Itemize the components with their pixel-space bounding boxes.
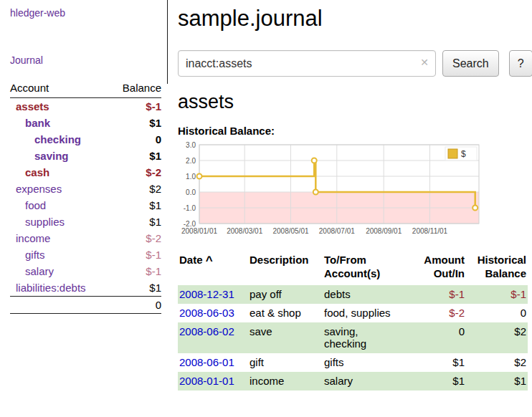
account-link-saving[interactable]: saving	[10, 150, 69, 162]
svg-text:$: $	[461, 149, 466, 159]
account-link-salary[interactable]: salary	[10, 265, 54, 277]
svg-text:2008/03/01: 2008/03/01	[227, 227, 262, 235]
clear-search-icon[interactable]: ✕	[420, 57, 429, 68]
chart-svg: 3.02.01.00.0-1.0-2.02008/01/012008/03/01…	[178, 140, 486, 241]
transaction-date-link[interactable]: 2008-12-31	[179, 288, 234, 300]
svg-text:0.0: 0.0	[186, 188, 196, 196]
account-link-food[interactable]: food	[10, 199, 46, 211]
accounts-total-row: 0	[10, 297, 161, 314]
help-button[interactable]: ?	[509, 50, 532, 77]
main-content: sample.journal ✕ Search ? assets Histori…	[178, 0, 532, 390]
svg-text:2008/09/01: 2008/09/01	[366, 227, 402, 235]
account-balance: $-1	[110, 98, 161, 115]
register-row: 2008-12-31pay offdebts$-1$-1	[178, 285, 528, 304]
account-link-checking[interactable]: checking	[10, 133, 81, 145]
transaction-balance: 0	[466, 304, 528, 322]
account-link-expenses[interactable]: expenses	[10, 183, 62, 195]
register-row: 2008-06-02savesaving, checking0$2	[178, 322, 528, 353]
svg-text:1.0: 1.0	[186, 173, 196, 181]
transaction-description: income	[248, 372, 323, 390]
account-heading: assets	[178, 91, 532, 113]
account-link-liabilities-debts[interactable]: liabilities:debts	[10, 282, 86, 294]
account-link-income[interactable]: income	[10, 232, 50, 244]
account-row: saving$1	[10, 148, 161, 164]
account-balance: $1	[110, 214, 161, 230]
transaction-date-link[interactable]: 2008-06-01	[179, 356, 234, 368]
transaction-date-link[interactable]: 2008-01-01	[179, 375, 234, 387]
accounts-total-balance: 0	[110, 297, 161, 314]
account-row: expenses$2	[10, 181, 161, 197]
register-header-balance: Historical Balance	[466, 252, 528, 285]
svg-text:-2.0: -2.0	[184, 220, 196, 228]
legend-swatch	[448, 149, 457, 158]
transaction-amount: $1	[414, 372, 466, 390]
transaction-description: pay off	[248, 285, 323, 304]
transaction-amount: 0	[414, 322, 466, 353]
svg-text:2008/01/01: 2008/01/01	[181, 227, 217, 235]
transaction-description: gift	[248, 353, 323, 372]
transaction-balance: $1	[466, 372, 528, 390]
app-title-link[interactable]: hledger-web	[10, 7, 161, 19]
account-balance: $1	[110, 197, 161, 214]
transaction-amount: $1	[414, 353, 466, 372]
register-table: Date ^ Description To/From Account(s) Am…	[178, 252, 528, 390]
account-row: liabilities:debts$1	[10, 279, 161, 297]
register-header-amount: Amount Out/In	[414, 252, 466, 285]
chart-title: Historical Balance:	[178, 125, 532, 137]
account-link-supplies[interactable]: supplies	[10, 216, 65, 228]
register-body: 2008-12-31pay offdebts$-1$-12008-06-03ea…	[178, 285, 528, 390]
transaction-balance: $2	[466, 353, 528, 372]
account-row: gifts$-1	[10, 246, 161, 263]
sidebar-divider	[167, 0, 168, 84]
account-balance: $-1	[110, 246, 161, 263]
transaction-accounts: gifts	[323, 353, 414, 372]
search-button[interactable]: Search	[442, 50, 499, 77]
svg-text:2008/07/01: 2008/07/01	[319, 227, 355, 235]
register-header-date[interactable]: Date ^	[178, 252, 248, 285]
register-row: 2008-06-03eat & shopfood, supplies$-20	[178, 304, 528, 322]
account-link-cash[interactable]: cash	[10, 166, 49, 178]
account-link-gifts[interactable]: gifts	[10, 249, 45, 261]
transaction-balance: $-1	[466, 285, 528, 304]
svg-text:2008/05/01: 2008/05/01	[272, 227, 308, 235]
data-point-marker	[313, 190, 318, 195]
accounts-header-balance: Balance	[110, 79, 161, 98]
accounts-body: assets$-1bank$1checking0saving$1cash$-2e…	[10, 98, 161, 297]
account-link-bank[interactable]: bank	[10, 117, 50, 129]
transaction-description: eat & shop	[248, 304, 323, 322]
account-row: cash$-2	[10, 164, 161, 181]
account-balance: $-2	[110, 164, 161, 181]
page-title: sample.journal	[178, 6, 532, 32]
transaction-date-link[interactable]: 2008-06-02	[179, 325, 234, 337]
sidebar: hledger-web Journal Account Balance asse…	[0, 0, 167, 314]
data-point-marker	[312, 158, 317, 163]
historical-balance-chart: 3.02.01.00.0-1.0-2.02008/01/012008/03/01…	[178, 140, 532, 244]
account-row: food$1	[10, 197, 161, 214]
data-point-marker	[472, 206, 478, 211]
account-row: bank$1	[10, 115, 161, 131]
account-row: checking0	[10, 131, 161, 148]
transaction-amount: $-1	[414, 285, 466, 304]
account-row: assets$-1	[10, 98, 161, 115]
accounts-table: Account Balance assets$-1bank$1checking0…	[10, 79, 161, 314]
sidebar-item-journal[interactable]: Journal	[10, 54, 161, 66]
account-balance: $2	[110, 181, 161, 197]
transaction-date-link[interactable]: 2008-06-03	[179, 307, 234, 319]
transaction-accounts: food, supplies	[323, 304, 414, 322]
account-row: supplies$1	[10, 214, 161, 230]
account-balance: 0	[110, 131, 161, 148]
account-row: salary$-1	[10, 263, 161, 279]
transaction-accounts: salary	[323, 372, 414, 390]
account-row: income$-2	[10, 230, 161, 246]
account-balance: $1	[110, 279, 161, 297]
account-link-assets[interactable]: assets	[10, 100, 49, 112]
register-header-description: Description	[248, 252, 323, 285]
transaction-accounts: debts	[323, 285, 414, 304]
sort-ascending-icon: ^	[206, 254, 213, 267]
register-row: 2008-06-01giftgifts$1$2	[178, 353, 528, 372]
search-input[interactable]	[178, 50, 436, 77]
svg-text:2008/11/01: 2008/11/01	[412, 227, 448, 235]
transaction-amount: $-2	[414, 304, 466, 322]
register-header-accounts: To/From Account(s)	[323, 252, 414, 285]
account-balance: $1	[110, 148, 161, 164]
